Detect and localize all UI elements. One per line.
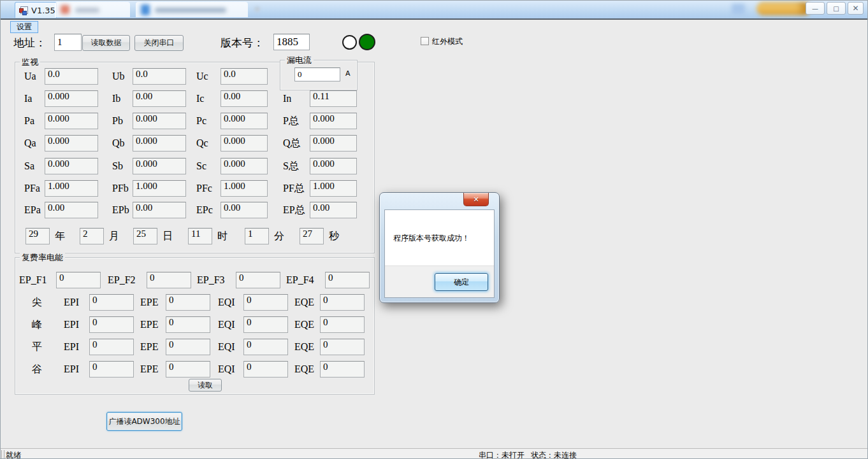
window-border	[1, 18, 867, 20]
maximize-button[interactable]: □	[827, 2, 846, 15]
infrared-mode-checkbox[interactable]	[421, 37, 429, 45]
hour-field[interactable]: 11	[188, 228, 212, 244]
rate-field[interactable]: 0	[243, 339, 288, 355]
meter-field[interactable]: 0.000	[45, 90, 98, 107]
dialog-close-icon: ✕	[473, 195, 479, 204]
meter-label: Qa	[24, 135, 36, 152]
close-icon: ✕	[852, 4, 858, 13]
meter-field[interactable]: 0.0	[221, 68, 268, 85]
meter-field[interactable]: 1.000	[221, 180, 268, 197]
meter-field[interactable]: 0.000	[221, 158, 268, 174]
meter-field[interactable]: 0.000	[310, 158, 357, 174]
blurred-tab[interactable]	[136, 2, 248, 17]
tariff-group: 复费率电能 EP_F1 0 EP_F2 0 EP_F3 0 EP_F4 0 尖 …	[15, 257, 375, 395]
meter-row: Pa 0.000 Pb 0.000 Pc 0.000 P总 0.000	[15, 113, 374, 129]
meter-field[interactable]: 0.00	[221, 202, 268, 218]
month-unit: 月	[109, 228, 119, 244]
rate-label: EQI	[218, 294, 235, 311]
menu-settings[interactable]: 设置	[10, 21, 38, 33]
rate-row: 谷 EPI 0 EPE 0 EQI 0 EQE 0	[15, 361, 374, 378]
meter-label: Pc	[196, 113, 206, 129]
rate-name: 谷	[32, 361, 42, 378]
meter-label: PFb	[112, 180, 129, 197]
rate-field[interactable]: 0	[166, 339, 210, 355]
meter-label: Pa	[24, 113, 34, 129]
meter-field[interactable]: 0.000	[310, 113, 357, 129]
year-unit: 年	[55, 228, 65, 244]
year-field[interactable]: 29	[25, 228, 50, 244]
app-tab[interactable]: V1.35	[15, 2, 57, 18]
rate-field[interactable]: 0	[166, 361, 210, 378]
meter-label: Qc	[196, 135, 208, 152]
dialog-close-button[interactable]: ✕	[463, 193, 489, 206]
meter-field[interactable]: 0.0	[45, 68, 98, 85]
meter-field[interactable]: 0.00	[221, 90, 268, 107]
meter-field[interactable]: 0.00	[45, 202, 98, 218]
close-button[interactable]: ✕	[848, 2, 864, 15]
day-unit: 日	[163, 228, 173, 244]
rate-field[interactable]: 0	[89, 361, 134, 378]
meter-label: Sb	[112, 158, 123, 174]
rate-field[interactable]: 0	[166, 294, 210, 311]
close-serial-button[interactable]: 关闭串口	[134, 35, 184, 51]
meter-label: P总	[283, 113, 299, 129]
meter-field[interactable]: 0.0	[133, 68, 186, 85]
meter-label: S总	[283, 158, 299, 174]
meter-label: Ic	[196, 90, 204, 107]
meter-field[interactable]: 0.00	[133, 202, 186, 218]
meter-label: PF总	[283, 180, 305, 197]
meter-field[interactable]: 0.000	[221, 113, 268, 129]
meter-field[interactable]: 0.000	[133, 135, 186, 152]
second-field[interactable]: 27	[300, 228, 324, 244]
leakage-input[interactable]	[294, 67, 340, 81]
dialog-body: 程序版本号获取成功！ 确定	[384, 209, 495, 298]
meter-field[interactable]: 0.000	[45, 135, 98, 152]
rate-field[interactable]: 0	[243, 316, 288, 333]
rate-field[interactable]: 0	[320, 294, 365, 311]
rate-field[interactable]: 0	[320, 339, 365, 355]
meter-field[interactable]: 0.00	[133, 90, 186, 107]
ok-button[interactable]: 确定	[435, 273, 488, 291]
rate-field[interactable]: 0	[89, 339, 134, 355]
meter-field[interactable]: 0.000	[133, 158, 186, 174]
leakage-unit: A	[345, 69, 351, 78]
meter-field[interactable]: 0.000	[45, 158, 98, 174]
meter-field[interactable]: 0.00	[310, 202, 357, 218]
read-data-button[interactable]: 读取数据	[82, 35, 130, 51]
version-field[interactable]	[273, 34, 310, 50]
rate-field[interactable]: 0	[243, 361, 288, 378]
tariff-label: EP_F1	[19, 272, 47, 288]
status-ready: 就绪	[6, 450, 21, 459]
tariff-field[interactable]: 0	[325, 272, 370, 288]
rate-field[interactable]: 0	[89, 316, 134, 333]
meter-field[interactable]: 0.000	[310, 135, 357, 152]
rate-field[interactable]: 0	[320, 361, 365, 378]
minimize-button[interactable]: —	[806, 2, 825, 15]
meter-field[interactable]: 1.000	[133, 180, 186, 197]
meter-field[interactable]: 0.000	[133, 113, 186, 129]
meter-row: PFa 1.000 PFb 1.000 PFc 1.000 PF总 1.000	[15, 180, 374, 197]
tariff-field[interactable]: 0	[56, 272, 101, 288]
tariff-field[interactable]: 0	[236, 272, 280, 288]
rate-field[interactable]: 0	[166, 316, 210, 333]
indicator-on	[359, 34, 375, 50]
rate-field[interactable]: 0	[89, 294, 134, 311]
blurred-tab[interactable]	[55, 2, 130, 17]
meter-field[interactable]: 0.000	[221, 135, 268, 152]
read-button[interactable]: 读取	[189, 379, 222, 392]
tariff-field[interactable]: 0	[147, 272, 191, 288]
meter-field[interactable]: 1.000	[45, 180, 98, 197]
rate-field[interactable]: 0	[243, 294, 288, 311]
blurred-action-pill[interactable]	[756, 2, 811, 15]
month-field[interactable]: 2	[80, 228, 104, 244]
minute-unit: 分	[274, 228, 284, 244]
minute-field[interactable]: 1	[245, 228, 269, 244]
meter-field[interactable]: 1.000	[310, 180, 357, 197]
meter-field[interactable]: 0.11	[310, 90, 357, 107]
day-field[interactable]: 25	[133, 228, 157, 244]
broadcast-read-adw300-button[interactable]: 广播读ADW300地址	[106, 412, 182, 431]
meter-field[interactable]: 0.000	[45, 113, 98, 129]
rate-field[interactable]: 0	[320, 316, 365, 333]
monitor-group-title: 监视	[20, 57, 40, 68]
address-input[interactable]	[54, 34, 82, 51]
